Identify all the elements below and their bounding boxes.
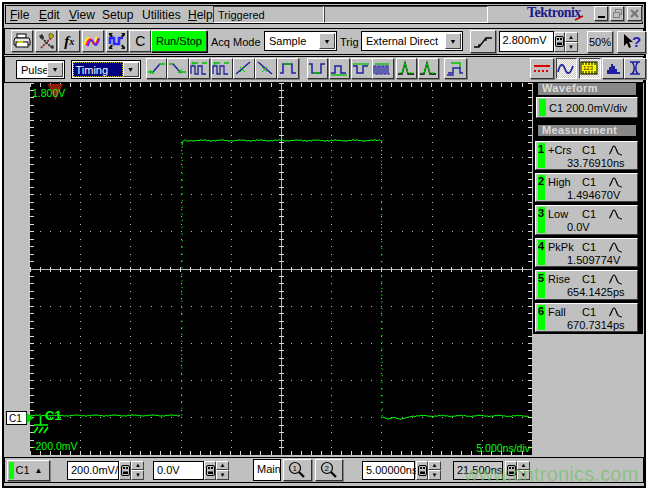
- svg-text:C1: C1: [9, 413, 22, 424]
- svg-text:C1: C1: [45, 408, 62, 423]
- svg-text:P: P: [191, 61, 195, 67]
- svg-text:123: 123: [583, 65, 594, 71]
- svg-text:1: 1: [293, 464, 298, 473]
- svg-text:1.800V: 1.800V: [32, 87, 65, 99]
- svg-text:5.000ns/div: 5.000ns/div: [476, 442, 530, 454]
- svg-text:-200.0mV: -200.0mV: [32, 440, 78, 452]
- svg-text:2: 2: [325, 464, 330, 473]
- svg-text:?: ?: [632, 33, 641, 50]
- svg-text:F: F: [213, 61, 217, 67]
